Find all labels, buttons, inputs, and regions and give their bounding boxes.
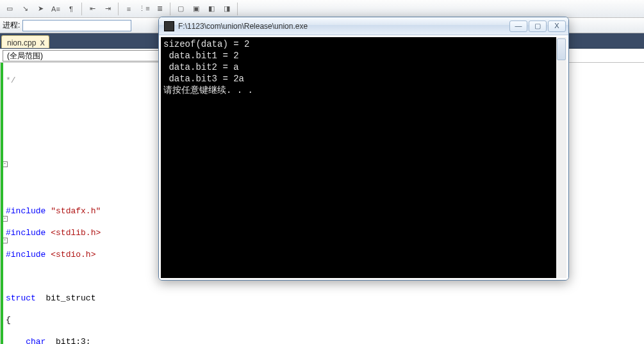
titlebar[interactable]: F:\1123\com\union\Release\union.exe — ▢ …	[159, 17, 568, 35]
toolbar-btn[interactable]: ▢	[174, 2, 188, 16]
minimize-button[interactable]: —	[509, 20, 527, 32]
indent-left-icon[interactable]: ⇤	[85, 2, 99, 16]
process-combo[interactable]	[22, 20, 131, 31]
toolbar-btn[interactable]: ≣	[153, 2, 167, 16]
tab-filename: nion.cpp	[7, 38, 36, 47]
separator	[81, 3, 82, 15]
toolbar-btn[interactable]: ◧	[204, 2, 219, 16]
toolbar-btn[interactable]: A≡	[49, 2, 63, 16]
console-line: sizeof(data) = 2	[163, 39, 249, 49]
scrollbar[interactable]	[556, 37, 566, 278]
terminal[interactable]: sizeof(data) = 2 data.bit1 = 2 data.bit2…	[161, 37, 566, 278]
maximize-button[interactable]: ▢	[529, 20, 547, 32]
toolbar-btn[interactable]: ¶	[64, 2, 78, 16]
console-line: data.bit2 = a	[163, 62, 239, 72]
separator	[118, 3, 119, 15]
scrollbar-thumb[interactable]	[557, 38, 566, 60]
toolbar-btn[interactable]: ▣	[189, 2, 203, 16]
toolbar-btn[interactable]: ◨	[220, 2, 234, 16]
toolbar-btn[interactable]: ↘	[18, 2, 32, 16]
toolbar-btn[interactable]: ⋮≡	[137, 2, 151, 16]
console-line: data.bit1 = 2	[163, 51, 239, 61]
separator	[237, 3, 238, 15]
separator	[170, 3, 170, 15]
console-body: sizeof(data) = 2 data.bit1 = 2 data.bit2…	[159, 35, 568, 280]
cursor-icon[interactable]: ➤	[33, 2, 47, 16]
close-icon[interactable]: X	[40, 39, 44, 47]
close-button[interactable]: X	[548, 20, 566, 32]
toolbar-btn[interactable]: ▭	[3, 2, 17, 16]
main-toolbar: ▭ ↘ ➤ A≡ ¶ ⇤ ⇥ ≡ ⋮≡ ≣ ▢ ▣ ◧ ◨	[0, 0, 644, 18]
console-line: 请按任意键继续. . .	[163, 85, 253, 95]
toolbar-btn[interactable]: ≡	[122, 2, 136, 16]
process-label: 进程:	[3, 20, 20, 31]
app-icon	[164, 21, 174, 31]
console-window: F:\1123\com\union\Release\union.exe — ▢ …	[158, 17, 569, 281]
window-title: F:\1123\com\union\Release\union.exe	[178, 22, 508, 31]
console-line: data.bit3 = 2a	[163, 74, 244, 84]
indent-right-icon[interactable]: ⇥	[101, 2, 115, 16]
file-tab[interactable]: nion.cpp X	[1, 35, 49, 48]
window-buttons: — ▢ X	[508, 20, 566, 32]
